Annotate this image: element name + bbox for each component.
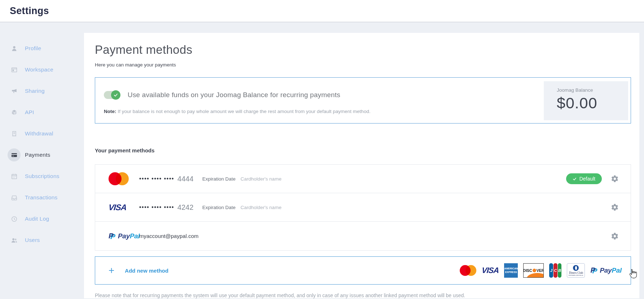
joomag-balance-panel: Use available funds on your Joomag Balan… bbox=[95, 77, 631, 124]
sidebar-item-label: Withdrawal bbox=[25, 130, 53, 137]
card-last4: 4444 bbox=[177, 175, 194, 183]
gear-icon[interactable] bbox=[611, 232, 619, 240]
payment-methods-panel: Payment methods Here you can manage your… bbox=[84, 33, 639, 298]
card-last4: 4242 bbox=[177, 203, 194, 212]
receipt-icon bbox=[8, 127, 21, 140]
card-number-dots: •••• •••• •••• bbox=[139, 176, 174, 182]
sidebar-item-label: Profile bbox=[25, 45, 41, 52]
mastercard-icon bbox=[460, 265, 476, 276]
balance-note: Note:If your balance is not enough to pa… bbox=[104, 109, 370, 114]
sidebar-item-label: API bbox=[25, 109, 34, 116]
sidebar-item-label: Users bbox=[25, 237, 40, 243]
sidebar-item-payments[interactable]: Payments bbox=[0, 148, 84, 162]
toggle-knob bbox=[111, 90, 120, 100]
joomag-balance-box: Joomag Balance $0.00 bbox=[544, 81, 628, 120]
paypal-account-email: myaccount@paypal.com bbox=[139, 233, 198, 239]
gear-icon[interactable] bbox=[611, 175, 619, 183]
sidebar-item-label: Sharing bbox=[25, 88, 45, 94]
gear-icon[interactable] bbox=[611, 203, 619, 211]
cardholder-name-field[interactable]: Cardholder's name bbox=[241, 176, 282, 182]
recurring-payments-note: Please note that for recurring payments … bbox=[95, 292, 631, 298]
toggle-check-icon bbox=[114, 93, 118, 97]
calendar-icon bbox=[8, 170, 21, 183]
note-label: Note: bbox=[104, 109, 116, 114]
paypal-p-icon: P P bbox=[109, 231, 116, 241]
amex-icon: AMERICANEXPRESS bbox=[504, 263, 518, 278]
expiration-date-field[interactable]: Expiration Date bbox=[202, 205, 241, 210]
sidebar-item-transactions[interactable]: Transactions bbox=[0, 190, 84, 205]
mastercard-logo bbox=[109, 172, 129, 185]
visa-logo: VISA bbox=[108, 203, 127, 212]
payment-methods-list: •••• •••• •••• 4444 Expiration Date Card… bbox=[95, 164, 631, 251]
sidebar-item-profile[interactable]: Profile bbox=[0, 41, 84, 56]
payment-method-row-visa: VISA •••• •••• •••• 4242 Expiration Date… bbox=[95, 193, 631, 222]
default-badge-label: Default bbox=[579, 176, 595, 182]
cube-icon bbox=[8, 106, 21, 119]
sidebar-item-label: Transactions bbox=[25, 194, 58, 201]
users-icon bbox=[8, 234, 21, 247]
top-header: Settings bbox=[0, 0, 644, 22]
profile-icon bbox=[8, 42, 21, 55]
workspace-icon bbox=[8, 63, 21, 76]
use-balance-toggle[interactable] bbox=[104, 91, 120, 99]
payment-method-row-mastercard: •••• •••• •••• 4444 Expiration Date Card… bbox=[95, 165, 631, 193]
sidebar-item-label: Payments bbox=[25, 152, 50, 158]
jcb-icon: J C B bbox=[549, 263, 561, 278]
methods-heading: Your payment methods bbox=[95, 147, 631, 153]
clock-icon bbox=[8, 212, 21, 225]
sidebar-item-audit-log[interactable]: Audit Log bbox=[0, 212, 84, 226]
default-check-icon bbox=[573, 177, 577, 181]
payment-method-row-paypal: P P PayPal myaccount@paypal.com bbox=[95, 222, 631, 250]
sidebar-item-sharing[interactable]: Sharing bbox=[0, 84, 84, 98]
plus-icon: + bbox=[109, 265, 114, 276]
cardholder-name-field[interactable]: Cardholder's name bbox=[241, 205, 282, 210]
inbox-icon bbox=[8, 191, 21, 204]
diners-club-icon: Diners Club INTERNATIONAL bbox=[567, 263, 585, 278]
paypal-logo: P P PayPal bbox=[109, 231, 140, 241]
expiration-date-field[interactable]: Expiration Date bbox=[202, 176, 241, 182]
card-number-dots: •••• •••• •••• bbox=[139, 204, 174, 211]
discover-icon: DISCVER bbox=[523, 263, 544, 278]
settings-sidebar: Profile Workspace Sharing API Withdrawal bbox=[0, 22, 84, 298]
sidebar-item-users[interactable]: Users bbox=[0, 233, 84, 247]
note-text: If your balance is not enough to pay who… bbox=[118, 109, 371, 114]
sidebar-item-label: Subscriptions bbox=[25, 173, 59, 179]
sidebar-item-label: Workspace bbox=[25, 66, 53, 73]
sidebar-item-workspace[interactable]: Workspace bbox=[0, 62, 84, 77]
paypal-icon: P P PayPal bbox=[590, 266, 622, 275]
visa-icon: VISA bbox=[481, 266, 499, 275]
section-subtitle: Here you can manage your payments bbox=[95, 62, 631, 68]
accepted-brands: VISA AMERICANEXPRESS DISCVER J C B Diner… bbox=[460, 263, 622, 278]
balance-label: Joomag Balance bbox=[557, 87, 628, 93]
add-new-method-label: Add new method bbox=[125, 268, 168, 274]
section-title: Payment methods bbox=[95, 43, 631, 57]
balance-amount: $0.00 bbox=[557, 94, 628, 112]
megaphone-icon bbox=[8, 84, 21, 98]
default-badge[interactable]: Default bbox=[566, 173, 602, 184]
add-new-method-button[interactable]: + Add new method VISA AMERICANEXPRESS DI… bbox=[95, 256, 631, 285]
sidebar-item-subscriptions[interactable]: Subscriptions bbox=[0, 169, 84, 183]
credit-card-icon bbox=[8, 148, 21, 161]
use-balance-label: Use available funds on your Joomag Balan… bbox=[128, 91, 340, 99]
sidebar-item-withdrawal[interactable]: Withdrawal bbox=[0, 126, 84, 141]
sidebar-item-api[interactable]: API bbox=[0, 105, 84, 120]
sidebar-item-label: Audit Log bbox=[25, 216, 49, 222]
page-title: Settings bbox=[10, 5, 49, 17]
